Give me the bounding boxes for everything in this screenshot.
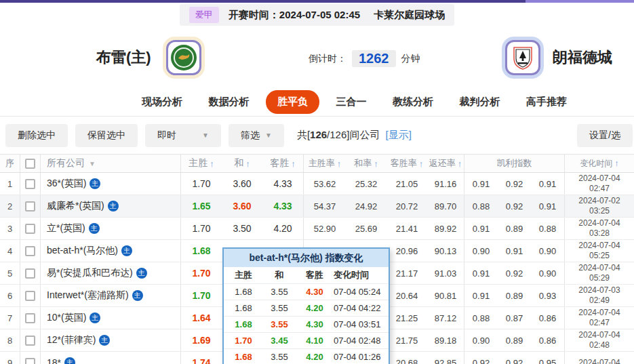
return-rate: 91.16 <box>427 173 464 195</box>
row-checkbox[interactable] <box>25 313 35 323</box>
home-badge-icon: 主 <box>64 357 75 364</box>
tab-胜平负[interactable]: 胜平负 <box>266 90 319 114</box>
kelly-cell: 0.880.870.86 <box>464 307 565 329</box>
filter-dropdown[interactable]: 筛选 ▼ <box>229 124 284 147</box>
delete-selected-button[interactable]: 删除选中 <box>5 124 68 147</box>
show-link[interactable]: [显示] <box>385 129 411 142</box>
tab-教练分析[interactable]: 教练分析 <box>383 91 443 113</box>
change-time: 2024-07-04 <box>565 352 634 364</box>
away-rate: 20.96 <box>387 240 427 262</box>
row-checkbox-cell <box>20 262 41 284</box>
row-checkbox[interactable] <box>25 291 35 301</box>
tab-裁判分析[interactable]: 裁判分析 <box>450 91 510 113</box>
popup-home-odds: 1.68 <box>224 303 263 313</box>
header-away-rate[interactable]: 客胜率↑ <box>387 155 427 172</box>
tab-现场分析[interactable]: 现场分析 <box>132 91 192 113</box>
kelly-value: 0.88 <box>531 224 564 234</box>
away-odds: 4.33 <box>262 195 304 217</box>
table-row[interactable]: 3立*(英国)主1.703.504.2052.9025.6921.4189.92… <box>0 218 634 240</box>
table-header: 序 所有公司 ▼ 主胜↑ 和↑ 客胜↑ 主胜率↑ 和率↑ 客胜率↑ 返还率↑ <box>0 154 634 173</box>
company-cell[interactable]: 威廉希*(英国)主 <box>41 195 181 217</box>
header-home-odds[interactable]: 主胜↑ <box>181 155 222 172</box>
keep-selected-button[interactable]: 保留选中 <box>75 124 138 147</box>
kelly-value: 0.86 <box>531 336 564 346</box>
company-cell[interactable]: 12*(菲律宾)主 <box>41 329 181 351</box>
away-team: 朗福德城 <box>505 40 612 75</box>
table-row[interactable]: 136*(英国)主1.703.604.3353.6225.3221.0591.1… <box>0 173 634 195</box>
live-dropdown[interactable]: 即时 ▼ <box>145 124 221 147</box>
away-rate: 20.64 <box>387 285 427 306</box>
live-dropdown-label: 即时 <box>157 129 176 142</box>
row-checkbox[interactable] <box>25 246 35 256</box>
change-date: 2024-07-04 <box>578 218 620 228</box>
change-time: 2024-07-0405:25 <box>565 240 634 262</box>
popup-body: 1.683.554.3007-04 05:241.683.554.2007-04… <box>224 284 389 364</box>
header-change-time[interactable]: 变化时间↑ <box>565 155 634 172</box>
caret-down-icon: ▼ <box>202 132 209 139</box>
kelly-cell: 0.910.890.93 <box>464 285 565 306</box>
popup-change-time: 07-04 04:22 <box>334 303 389 313</box>
home-rate: 52.90 <box>304 218 346 239</box>
company-cell[interactable]: 36*(英国)主 <box>41 173 181 195</box>
home-odds: 1.70 <box>181 218 222 239</box>
venue-name: 卡莱尔庭园球场 <box>374 9 445 22</box>
company-cell[interactable]: 18*主 <box>41 352 181 364</box>
return-rate: 90.13 <box>427 240 464 262</box>
company-cell[interactable]: 立*(英国)主 <box>41 218 181 239</box>
kelly-cell: 0.900.890.86 <box>464 329 565 351</box>
header-draw-odds[interactable]: 和↑ <box>222 155 262 172</box>
sort-asc-icon: ↑ <box>419 159 424 169</box>
header-return-rate[interactable]: 返还率↑ <box>427 155 464 172</box>
company-cell[interactable]: 10*(英国)主 <box>41 307 181 329</box>
kelly-value: 0.87 <box>498 313 531 323</box>
change-date: 2024-07-04 <box>578 330 620 340</box>
company-name: 10*(英国) <box>47 312 86 324</box>
tab-三合一[interactable]: 三合一 <box>327 91 376 113</box>
tab-高手推荐[interactable]: 高手推荐 <box>517 91 576 113</box>
row-checkbox[interactable] <box>25 224 35 234</box>
header-draw-rate[interactable]: 和率↑ <box>346 155 387 172</box>
away-rate: 21.17 <box>387 262 427 284</box>
table-row[interactable]: 2威廉希*(英国)主1.653.604.3354.3724.9220.7289.… <box>0 195 634 218</box>
kelly-value: 0.90 <box>531 246 564 256</box>
header-company-label: 所有公司 <box>47 157 85 169</box>
header-away-odds[interactable]: 客胜↑ <box>262 155 304 172</box>
row-checkbox[interactable] <box>25 179 35 189</box>
change-time: 2024-07-0402:48 <box>565 329 634 351</box>
change-time: 2024-07-0402:47 <box>565 173 634 195</box>
away-rate: 20.72 <box>387 195 427 217</box>
popup-draw-odds: 3.55 <box>263 352 296 362</box>
row-seq: 8 <box>0 329 20 351</box>
home-odds: 1.64 <box>181 307 222 329</box>
kelly-value: 0.89 <box>498 224 531 234</box>
countdown-unit: 分钟 <box>401 53 420 65</box>
kelly-value: 0.89 <box>498 291 531 301</box>
row-seq: 1 <box>0 173 20 195</box>
select-all-checkbox[interactable] <box>25 159 35 169</box>
home-badge-icon: 主 <box>121 245 132 256</box>
row-seq: 4 <box>0 240 20 262</box>
header-company[interactable]: 所有公司 ▼ <box>41 155 181 172</box>
popup-home-odds: 1.70 <box>224 336 263 346</box>
kelly-cell: 0.920.920.95 <box>464 352 565 364</box>
change-time: 2024-07-0402:47 <box>565 307 634 329</box>
kelly-value: 0.95 <box>531 358 564 364</box>
header-home-rate[interactable]: 主胜率↑ <box>304 155 346 172</box>
caret-down-icon: ▼ <box>89 160 96 167</box>
away-crest-icon <box>509 43 537 72</box>
tab-数据分析[interactable]: 数据分析 <box>199 91 259 113</box>
row-checkbox-cell <box>20 218 41 239</box>
kickoff-time: 开赛时间：2024-07-05 02:45 <box>229 9 360 22</box>
settings-button[interactable]: 设置/选 <box>577 124 633 147</box>
sort-asc-icon: ↑ <box>458 159 462 169</box>
row-checkbox[interactable] <box>25 358 35 364</box>
row-checkbox[interactable] <box>25 336 35 346</box>
filter-dropdown-label: 筛选 <box>241 129 260 142</box>
company-cell[interactable]: Interwet*(塞浦路斯)主 <box>41 285 181 306</box>
popup-change-time: 07-04 01:26 <box>334 352 389 362</box>
row-checkbox[interactable] <box>25 268 35 279</box>
draw-odds: 3.60 <box>222 195 262 217</box>
company-cell[interactable]: 易*(安提瓜和巴布达)主 <box>41 262 181 284</box>
company-cell[interactable]: bet-at-h*(马尔他)主 <box>41 240 181 262</box>
row-checkbox[interactable] <box>25 201 35 211</box>
